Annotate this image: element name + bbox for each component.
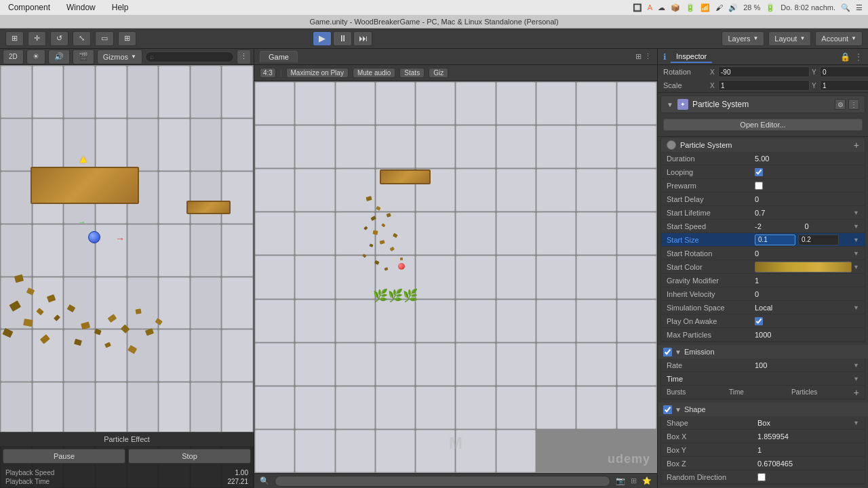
rate-arrow-icon: ▼ [853,362,859,369]
datetime: Do. 8:02 nachm. [781,3,835,12]
component-header[interactable]: ▼ ✦ Particle System ⚙ ⋮ [661,96,865,113]
tile [159,119,190,171]
pause-button[interactable]: ⏸ [333,31,352,46]
scale-y-axis-label: Y [812,82,818,89]
start-size-v1-input[interactable] [755,235,795,245]
component-more-btn[interactable]: ⋮ [848,99,859,110]
game-tile [416,256,455,298]
rotate-tool[interactable]: ↺ [50,31,68,46]
rotation-x-input[interactable] [718,66,810,77]
tile [159,329,190,382]
rate-type-row: Time ▼ [661,372,865,386]
game-tile [255,430,294,472]
menu-component[interactable]: Component [5,3,53,12]
scene-view[interactable]: ▲ → ↑ [0,65,254,488]
game-tile [416,82,455,125]
start-color-swatch[interactable] [755,262,852,272]
lock-icon[interactable]: 🔒 [840,52,850,62]
scale-tool[interactable]: ⤡ [73,31,91,46]
start-size-v2-input[interactable] [798,235,839,245]
tile [96,66,127,118]
game-search-bar[interactable] [275,476,610,487]
gravity-row: Gravity Modifier 1 [661,274,865,287]
box-y-row: Box Y 1 [661,443,865,457]
scene-menu-btn[interactable]: ⋮ [237,49,251,64]
game-tile-grid [254,81,657,473]
scene-fx-btn[interactable]: 🎬 [73,49,94,64]
scene-audio-btn[interactable]: 🔊 [48,49,70,64]
scene-2d-btn[interactable]: 2D [3,49,24,64]
inspector-tab-label[interactable]: Inspector [671,51,712,63]
game-tile [336,300,375,342]
game-tile [536,212,576,255]
start-rotation-label: Start Rotation [667,249,755,258]
rect-tool[interactable]: ▭ [95,31,114,46]
gizmos-game-btn[interactable]: Giz [429,68,448,78]
game-tile [416,386,455,429]
play-on-awake-checkbox[interactable] [755,317,763,325]
layout-dropdown[interactable]: Layout ▼ [768,31,811,46]
step-button[interactable]: ⏭ [353,31,372,46]
shape-label: Shape [684,405,706,413]
rotation-y-input[interactable] [820,66,868,77]
game-tile [376,386,415,429]
game-tile [617,82,656,125]
scene-search[interactable]: ⌕ [145,52,234,62]
scale-label: Scale [663,81,707,89]
bursts-add-btn[interactable]: + [854,387,859,398]
start-size-label: Start Size [667,236,755,244]
random-dir-checkbox[interactable] [757,473,766,481]
play-button[interactable]: ▶ [313,31,332,46]
wood-block-small[interactable] [186,201,231,214]
stats-btn[interactable]: Stats [399,68,425,78]
menu-icon[interactable]: ☰ [856,3,863,12]
start-color-row: Start Color ▼ [661,260,865,274]
shape-section-header[interactable]: ▼ Shape [658,403,868,416]
duration-label: Duration [667,155,755,163]
shape-checkbox[interactable] [663,405,672,414]
layers-account-group: Layers ▼ Layout ▼ Account ▼ [722,31,863,46]
scale-x-input[interactable] [718,80,810,91]
move-tool[interactable]: ✛ [28,31,46,46]
game-tile [617,300,656,342]
menu-help[interactable]: Help [109,3,132,12]
inspector-menu-icon[interactable]: ⋮ [854,52,863,62]
scale-y-input[interactable] [820,80,868,91]
maximize-play-btn[interactable]: Maximize on Play [286,68,349,78]
tile [159,66,190,118]
content-area: 2D ☀ 🔊 🎬 Gizmos ▼ ⌕ ⋮ [0,49,868,488]
wood-block-main[interactable] [31,167,139,204]
title-bar: Game.unity - WoodBreakerGame - PC, Mac &… [0,15,868,28]
start-lifetime-row: Start Lifetime 0.7 ▼ [661,206,865,220]
prewarm-checkbox[interactable] [755,182,763,190]
component-settings-btn[interactable]: ⚙ [835,99,846,110]
ps-add-btn[interactable]: + [854,140,859,150]
game-view[interactable]: 🌿🌿🌿 M udemy [254,81,657,473]
pause-particle-btn[interactable]: Pause [3,449,125,464]
game-tab[interactable]: Game [260,51,298,62]
box-x-label: Box X [667,432,755,441]
bursts-particles-col: Particles [791,388,848,396]
emission-section-header[interactable]: ▼ Emission [658,345,868,359]
layers-dropdown[interactable]: Layers ▼ [722,31,764,46]
account-dropdown[interactable]: Account ▼ [815,31,863,46]
transform-tool[interactable]: ⊞ [5,31,24,46]
custom-tool[interactable]: ⊞ [118,31,136,46]
game-tile [336,82,375,125]
game-tile [617,256,656,298]
open-editor-button[interactable]: Open Editor... [663,119,863,131]
aspect-ratio-select[interactable]: 4:3 [260,68,276,78]
mute-audio-btn[interactable]: Mute audio [353,68,395,78]
scene-light-btn[interactable]: ☀ [26,49,45,64]
menu-bar: Component Window Help 🔲 A ☁ 📦 🔋 📶 🖌 🔊 28… [0,0,868,15]
max-particles-row: Max Particles 1000 [661,328,865,342]
gizmos-dropdown[interactable]: Gizmos ▼ [97,49,142,64]
stop-particle-btn[interactable]: Stop [128,449,251,464]
playback-time-label: Playback Time [5,478,126,485]
game-tile [456,343,495,386]
emission-checkbox[interactable] [663,348,672,357]
looping-checkbox[interactable] [755,168,763,176]
search-icon[interactable]: 🔍 [841,3,850,12]
bursts-time-col: Time [729,388,786,396]
menu-window[interactable]: Window [64,3,98,12]
